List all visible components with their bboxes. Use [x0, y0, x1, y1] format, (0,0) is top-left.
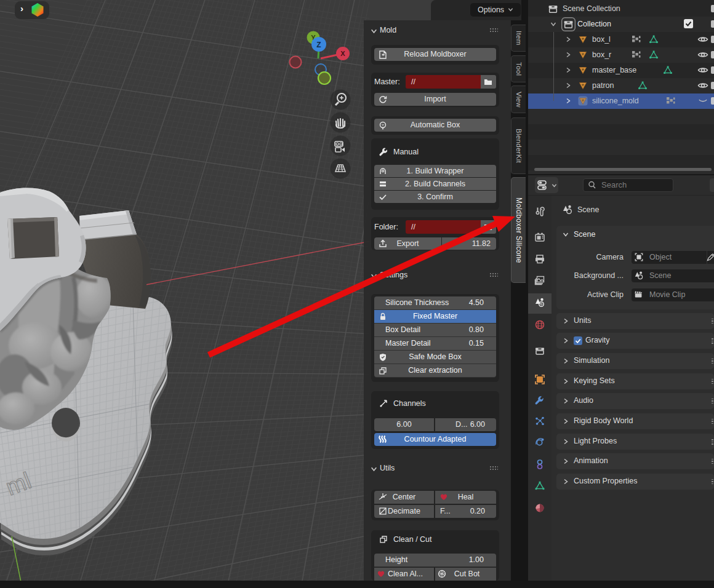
svg-text:Z: Z: [316, 41, 321, 49]
svg-text:X: X: [340, 50, 345, 57]
